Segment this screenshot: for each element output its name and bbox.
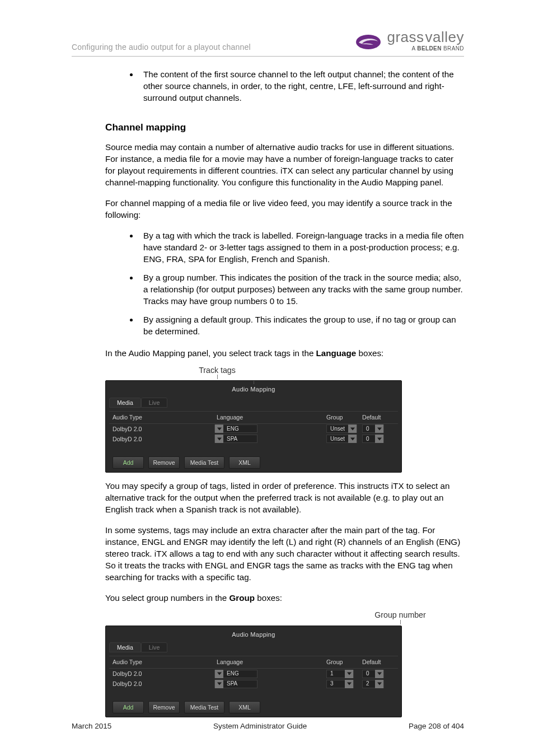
table-row: DolbyD 2.0 SPA Unset (109, 434, 398, 444)
chevron-down-icon (348, 435, 357, 443)
body-paragraph: For channel mapping of a media file or l… (105, 198, 464, 221)
group-dropdown[interactable]: Unset (326, 424, 357, 433)
language-dropdown[interactable]: ENG (214, 424, 257, 433)
chevron-down-icon (345, 670, 353, 678)
intro-bullet-list: The content of the first source channel … (72, 69, 464, 104)
chevron-down-icon (375, 424, 383, 433)
chevron-down-icon (375, 670, 383, 678)
body-paragraph: You select group numbers in the Group bo… (105, 592, 464, 604)
language-dropdown[interactable]: ENG (214, 670, 257, 678)
tab-media[interactable]: Media (109, 398, 141, 408)
list-item: By assigning a default group. This indic… (139, 314, 464, 338)
brand-tagline: A BELDEN BRAND (412, 45, 464, 52)
col-audio-type: Audio Type (113, 658, 213, 666)
col-group: Group (326, 413, 362, 422)
table-row: DolbyD 2.0 ENG 1 (109, 669, 398, 679)
chevron-down-icon (348, 424, 357, 433)
language-dropdown[interactable]: SPA (214, 435, 257, 443)
cell-audio-type: DolbyD 2.0 (113, 670, 213, 678)
cell-audio-type: DolbyD 2.0 (113, 680, 213, 688)
footer-page: Page 208 of 404 (409, 722, 464, 730)
gv-swirl-icon (355, 32, 381, 52)
chevron-down-icon (375, 435, 383, 443)
header-section-title: Configuring the audio output for a playo… (72, 43, 251, 52)
col-group: Group (326, 658, 362, 666)
media-test-button[interactable]: Media Test (184, 456, 224, 469)
footer-date: March 2015 (72, 722, 111, 730)
table-row: DolbyD 2.0 ENG Unset (109, 424, 398, 434)
list-item: By a group number. This indicates the po… (139, 272, 464, 307)
group-dropdown[interactable]: Unset (326, 435, 357, 443)
list-item: The content of the first source channel … (139, 69, 464, 104)
brand-wordmark: grassvalley (387, 30, 464, 44)
language-dropdown[interactable]: SPA (214, 680, 257, 688)
media-test-button[interactable]: Media Test (184, 701, 224, 713)
body-paragraph: You may specify a group of tags, listed … (105, 480, 464, 516)
chevron-down-icon (215, 435, 223, 443)
brand-logo: grassvalley A BELDEN BRAND (355, 30, 464, 52)
col-default: Default (362, 658, 398, 666)
chevron-down-icon (215, 670, 223, 678)
default-dropdown[interactable]: 0 (362, 424, 384, 433)
chevron-down-icon (215, 424, 223, 433)
table-header-row: Audio Type Language Group Default (109, 411, 398, 424)
chevron-down-icon (345, 680, 353, 688)
remove-button[interactable]: Remove (148, 456, 180, 469)
body-paragraph: Source media may contain a number of alt… (105, 142, 464, 189)
xml-button[interactable]: XML (229, 456, 260, 469)
default-dropdown[interactable]: 2 (362, 680, 384, 688)
callout-group-number: Group number (358, 610, 442, 624)
tab-live[interactable]: Live (141, 398, 167, 408)
col-audio-type: Audio Type (113, 413, 213, 422)
group-dropdown[interactable]: 3 (326, 680, 354, 688)
body-paragraph: In the Audio Mapping panel, you select t… (105, 348, 464, 360)
tab-live[interactable]: Live (141, 642, 167, 653)
default-dropdown[interactable]: 0 (362, 435, 384, 443)
page-footer: March 2015 System Administrator Guide Pa… (72, 722, 464, 730)
table-header-row: Audio Type Language Group Default (109, 656, 398, 669)
panel-title: Audio Mapping (109, 629, 398, 642)
audio-mapping-panel: Audio Mapping Media Live Audio Type Lang… (105, 626, 402, 718)
chevron-down-icon (375, 680, 383, 688)
list-item: By a tag with which the track is labelle… (139, 230, 464, 265)
criteria-bullet-list: By a tag with which the track is labelle… (72, 230, 464, 338)
page-header: Configuring the audio output for a playo… (72, 30, 464, 55)
callout-track-tags: Track tags (184, 365, 251, 380)
col-default: Default (362, 413, 398, 422)
cell-audio-type: DolbyD 2.0 (113, 435, 213, 444)
remove-button[interactable]: Remove (148, 701, 180, 713)
chevron-down-icon (215, 680, 223, 688)
footer-title: System Administrator Guide (213, 722, 307, 730)
cell-audio-type: DolbyD 2.0 (113, 425, 213, 433)
col-language: Language (213, 658, 326, 666)
audio-mapping-panel: Audio Mapping Media Live Audio Type Lang… (105, 380, 402, 473)
add-button[interactable]: Add (113, 456, 144, 469)
group-dropdown[interactable]: 1 (326, 670, 354, 678)
table-row: DolbyD 2.0 SPA 3 (109, 679, 398, 689)
section-heading: Channel mapping (105, 121, 464, 134)
col-language: Language (213, 413, 326, 422)
panel-title: Audio Mapping (109, 384, 398, 397)
default-dropdown[interactable]: 0 (362, 670, 384, 678)
tab-media[interactable]: Media (109, 642, 141, 653)
xml-button[interactable]: XML (229, 701, 260, 713)
body-paragraph: In some systems, tags may include an ext… (105, 525, 464, 584)
add-button[interactable]: Add (113, 701, 144, 713)
